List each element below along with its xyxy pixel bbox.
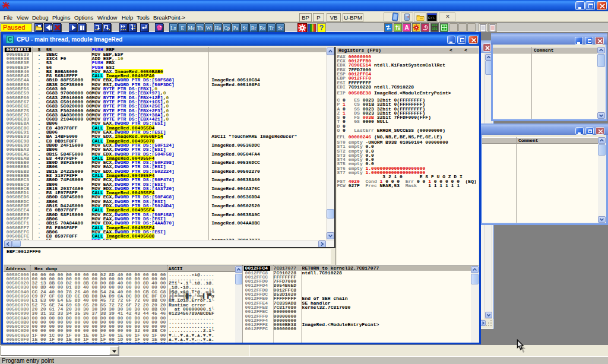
svg-text:C:\: C:\ <box>428 16 435 20</box>
